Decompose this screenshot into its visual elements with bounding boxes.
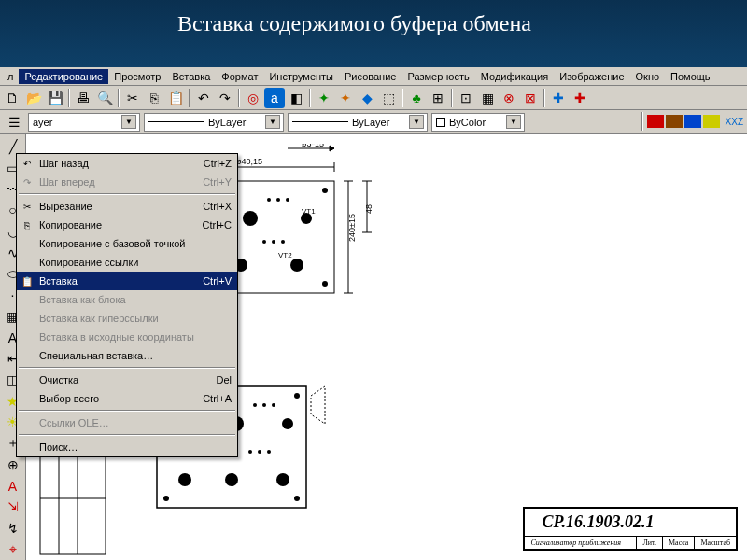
menu-инструменты[interactable]: Инструменты [263, 69, 339, 84]
separator [68, 89, 70, 107]
svg-point-12 [322, 188, 328, 193]
right-tool-group: XXZ [640, 112, 743, 131]
menu-item-shortcut: Ctrl+C [203, 219, 232, 231]
redo-icon[interactable]: ↷ [215, 88, 235, 108]
tool-icon[interactable]: ◧ [286, 88, 306, 108]
tool-icon[interactable]: ⊗ [499, 88, 519, 108]
print-icon[interactable]: 🖶 [73, 88, 93, 108]
menu-размерность[interactable]: Размерность [402, 69, 474, 84]
open-icon[interactable]: 📂 [23, 88, 44, 108]
menu-помощь[interactable]: Помощь [665, 69, 716, 84]
color-swatch [436, 118, 445, 127]
tool-icon[interactable]: ⌖ [2, 539, 24, 559]
new-icon[interactable]: 🗋 [2, 88, 22, 108]
svg-point-30 [262, 240, 266, 244]
menu-модификация[interactable]: Модификация [475, 69, 555, 84]
tool-icon[interactable]: ◎ [243, 88, 263, 108]
tool-icon[interactable]: ⬚ [378, 88, 399, 108]
menu-рисование[interactable]: Рисование [339, 69, 402, 84]
menu-item[interactable]: Копирование ссылки [17, 253, 237, 272]
linetype-value: ByLayer [208, 117, 246, 128]
menu-item[interactable]: ✂ВырезаниеCtrl+X [17, 197, 237, 216]
menu-редактирование[interactable]: Редактирование [19, 69, 108, 84]
target-icon[interactable]: ⊕ [2, 455, 24, 475]
cut-icon[interactable]: ✂ [122, 88, 143, 108]
svg-text:240±15: 240±15 [347, 214, 357, 242]
menu-item-label: Специальная вставка… [39, 350, 153, 361]
menu-формат[interactable]: Формат [216, 69, 263, 84]
tool-icon[interactable]: ♣ [406, 88, 427, 108]
menu-item[interactable]: Поиск… [17, 438, 237, 456]
menu-изображение[interactable]: Изображение [554, 69, 629, 84]
menu-item[interactable]: Копирование с базовой точкой [17, 234, 237, 253]
menu-item[interactable]: ОчисткаDel [17, 371, 237, 389]
menu-л[interactable]: л [2, 69, 19, 84]
menu-separator [19, 410, 235, 412]
separator [543, 89, 545, 107]
tool-icon[interactable]: ▦ [477, 88, 498, 108]
separator [238, 89, 240, 107]
menu-вставка[interactable]: Вставка [166, 69, 216, 84]
menu-окно[interactable]: Окно [630, 69, 666, 84]
menu-item-icon: ✂ [21, 202, 34, 212]
svg-text:VT1: VT1 [302, 207, 316, 216]
tool-icon[interactable]: ◆ [357, 88, 377, 108]
tool-icon[interactable]: ⊡ [456, 88, 476, 108]
tool-a-icon[interactable]: a [264, 88, 285, 108]
preview-icon[interactable]: 🔍 [94, 88, 115, 108]
svg-point-56 [276, 473, 289, 486]
tool-icon[interactable]: ⊠ [520, 88, 541, 108]
svg-point-20 [290, 259, 303, 272]
tool-a-icon[interactable]: A [2, 476, 24, 496]
properties-toolbar[interactable]: ☰ ayer ByLayer ByLayer ByColor XXZ [0, 110, 747, 134]
undo-icon[interactable]: ↶ [193, 88, 214, 108]
menu-item-shortcut: Ctrl+V [203, 275, 232, 287]
color-value: ByColor [449, 117, 486, 128]
menu-item[interactable]: Выбор всегоCtrl+A [17, 389, 237, 408]
svg-point-16 [243, 211, 258, 226]
menu-item-shortcut: Del [216, 374, 232, 385]
menubar[interactable]: лРедактированиеПросмотрВставкаФорматИнст… [0, 67, 747, 86]
svg-point-61 [262, 403, 266, 407]
svg-point-54 [178, 473, 191, 486]
separator [451, 89, 453, 107]
layers-icon[interactable]: ☰ [4, 112, 24, 133]
svg-text:ø3*15: ø3*15 [302, 144, 324, 148]
separator [641, 112, 643, 131]
title-block: СР.16.1903.02.1 Сигнализатор приближения… [523, 507, 738, 551]
paste-icon[interactable]: 📋 [165, 88, 186, 108]
menu-item[interactable]: ↶Шаг назадCtrl+Z [17, 154, 237, 173]
tool-icon[interactable]: ✚ [548, 88, 569, 108]
line-sample [292, 121, 348, 122]
swatch-blue-icon[interactable] [684, 115, 701, 128]
tool-icon[interactable]: ⊞ [428, 88, 448, 108]
swatch-yellow-icon[interactable] [703, 115, 720, 128]
tool-icon[interactable]: ✚ [570, 88, 590, 108]
main-toolbar[interactable]: 🗋 📂 💾 🖶 🔍 ✂ ⎘ 📋 ↶ ↷ ◎ a ◧ ✦ ✦ ◆ ⬚ ♣ ⊞ ⊡ … [0, 86, 747, 110]
edit-menu[interactable]: ↶Шаг назадCtrl+Z↷Шаг впередCtrl+Y✂Выреза… [16, 153, 238, 457]
svg-point-66 [248, 450, 252, 454]
tool-icon[interactable]: ↯ [2, 519, 24, 539]
menu-separator [19, 367, 235, 369]
save-icon[interactable]: 💾 [45, 88, 65, 108]
tool-icon[interactable]: ⇲ [2, 497, 24, 517]
menu-item-label: Шаг назад [39, 158, 89, 169]
menu-item[interactable]: 📋ВставкаCtrl+V [17, 272, 237, 290]
menu-item[interactable]: Специальная вставка… [17, 346, 237, 365]
linetype-dropdown[interactable]: ByLayer [144, 113, 284, 132]
menu-просмотр[interactable]: Просмотр [108, 69, 166, 84]
tool-icon[interactable]: ✦ [335, 88, 356, 108]
color-dropdown[interactable]: ByColor [431, 113, 525, 132]
swatch-red-icon[interactable] [647, 115, 664, 128]
layer-value: ayer [33, 117, 52, 128]
menu-item[interactable]: ⎘КопированиеCtrl+C [17, 216, 237, 234]
lineweight-dropdown[interactable]: ByLayer [288, 113, 428, 132]
layer-dropdown[interactable]: ayer [28, 113, 140, 132]
svg-point-14 [322, 281, 328, 287]
copy-icon[interactable]: ⎘ [144, 88, 164, 108]
swatch-brown-icon[interactable] [666, 115, 683, 128]
menu-item-shortcut: Ctrl+A [203, 393, 232, 404]
svg-point-48 [294, 393, 300, 399]
menu-item: Вставка в исходные координаты [17, 328, 237, 346]
tool-icon[interactable]: ✦ [314, 88, 334, 108]
